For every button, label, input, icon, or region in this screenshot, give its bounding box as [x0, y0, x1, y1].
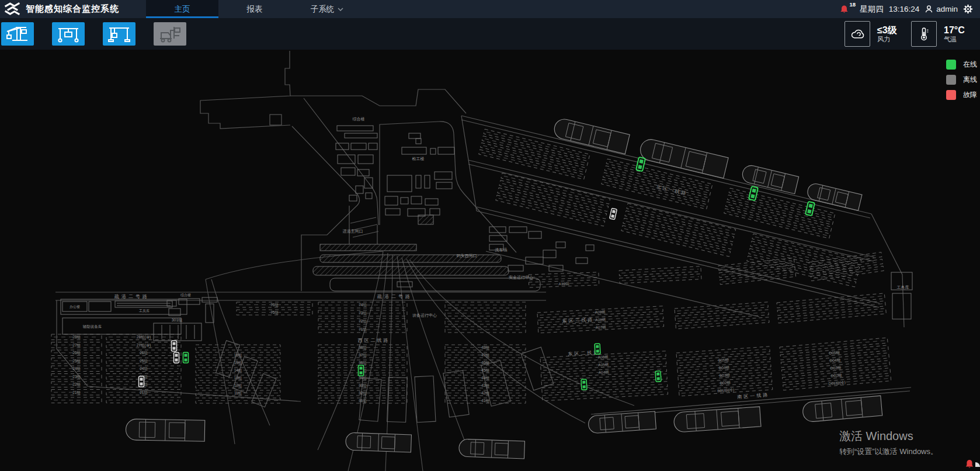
- svg-text:47组: 47组: [481, 353, 489, 357]
- brand: 智能感知综合监控系统: [0, 0, 146, 18]
- equipment-filter-quay-crane[interactable]: [1, 22, 34, 46]
- logo-icon: [5, 2, 20, 16]
- svg-text:22组: 22组: [72, 382, 81, 386]
- svg-text:15组: 15组: [234, 361, 242, 365]
- svg-text:13组: 13组: [234, 376, 242, 380]
- svg-text:38组: 38组: [359, 345, 367, 349]
- wind-value: ≤3级: [877, 25, 904, 36]
- legend-swatch: [946, 60, 956, 70]
- equipment-marker-online[interactable]: [359, 365, 364, 376]
- port-map-canvas[interactable]: 76组75组74组73组72组71组38组37组36组35组34组33组32组3…: [0, 50, 980, 471]
- svg-text:76组: 76组: [270, 303, 279, 307]
- watermark-line1: 激活 Windows: [839, 430, 938, 442]
- legend-item-在线: 在线: [946, 60, 977, 70]
- rmg-crane-icon: [106, 25, 133, 43]
- svg-text:48组: 48组: [481, 345, 489, 349]
- port-map[interactable]: 76组75组74组73组72组71组38组37组36组35组34组33组32组3…: [0, 50, 980, 471]
- svg-text:24组: 24组: [140, 366, 148, 370]
- equipment-marker-offline[interactable]: [172, 341, 177, 351]
- svg-text:74组: 74组: [359, 303, 367, 307]
- tab-label: 主页: [175, 4, 190, 15]
- wind-label: 风力: [877, 36, 904, 43]
- svg-text:72组: 72组: [359, 319, 367, 323]
- map-label: 301组: [172, 318, 183, 322]
- wind-readout: ≤3级 风力: [877, 25, 904, 43]
- map-label: 进港主闸口: [343, 228, 363, 234]
- equipment-marker-online[interactable]: [595, 344, 600, 354]
- wind-button[interactable]: [845, 21, 870, 47]
- chevron-down-icon: [338, 8, 343, 11]
- watermark-line2: 转到“设置”以激活 Windows。: [839, 446, 938, 457]
- ship: [346, 432, 412, 452]
- svg-text:27组(冷): 27组(冷): [137, 343, 151, 348]
- map-label: 辅助设备库: [83, 324, 102, 329]
- temperature-button[interactable]: [911, 21, 937, 47]
- app-root: { "app": { "title": "智能感知综合监控系统" }, "nav…: [0, 0, 980, 471]
- map-label: 疏港二号路: [114, 294, 150, 299]
- thermometer-icon: [915, 25, 933, 43]
- svg-text:71组: 71组: [359, 327, 367, 331]
- svg-text:21组: 21组: [140, 390, 148, 394]
- username: admin: [936, 5, 958, 13]
- svg-text:23组: 23组: [72, 375, 81, 379]
- map-label: 办公楼: [69, 305, 80, 309]
- svg-text:11组: 11组: [234, 391, 242, 395]
- equipment-filter-rmg-crane[interactable]: [103, 22, 135, 46]
- legend-label: 离线: [963, 75, 977, 85]
- forklift-icon: [157, 25, 183, 43]
- svg-text:44组: 44组: [481, 376, 489, 380]
- svg-text:12组: 12组: [234, 383, 242, 387]
- windows-activation-watermark: 激活 Windows 转到“设置”以激活 Windows。: [839, 430, 938, 457]
- gear-icon[interactable]: [963, 4, 973, 14]
- svg-text:46组: 46组: [481, 361, 489, 365]
- equipment-marker-online[interactable]: [655, 371, 661, 382]
- nav-right: 18 星期四 13:16:24 admin: [840, 0, 980, 18]
- status-legend: 在线离线故障: [946, 60, 977, 100]
- equipment-marker-online[interactable]: [183, 352, 189, 363]
- corner-alert-icon: [965, 459, 980, 470]
- bell-icon: [840, 4, 849, 14]
- svg-text:A06组: A06组: [597, 355, 609, 359]
- svg-text:B03组: B03组: [720, 373, 731, 378]
- svg-text:25组: 25组: [140, 359, 148, 363]
- user-menu[interactable]: admin: [925, 5, 958, 13]
- equipment-marker-online[interactable]: [581, 379, 587, 390]
- tab-label: 报表: [247, 4, 263, 15]
- svg-text:14组: 14组: [234, 368, 242, 372]
- svg-text:A10组: A10组: [558, 282, 569, 286]
- clock: 13:16:24: [889, 5, 920, 13]
- tab-子系统[interactable]: 子系统: [291, 0, 363, 18]
- cloud-icon: [849, 25, 866, 43]
- svg-text:25组: 25组: [72, 359, 81, 363]
- svg-text:A07组: A07组: [596, 325, 607, 330]
- equipment-filter-rtg-crane[interactable]: [52, 22, 85, 46]
- legend-swatch: [946, 90, 956, 100]
- map-label: 检工楼: [412, 157, 425, 161]
- legend-item-离线: 离线: [946, 75, 977, 85]
- map-label: 设备运行中心: [412, 313, 437, 318]
- svg-text:A09组: A09组: [595, 310, 606, 314]
- svg-text:24组: 24组: [72, 366, 81, 370]
- nav-tabs: 主页报表子系统: [146, 0, 363, 18]
- notifications-bell[interactable]: 18: [840, 4, 849, 14]
- map-label: 工具库: [139, 309, 150, 313]
- weather-panel: ≤3级 风力 17°C 气温: [845, 21, 980, 47]
- svg-text:75组: 75组: [270, 310, 279, 314]
- tab-报表[interactable]: 报表: [218, 0, 291, 18]
- svg-text:28组: 28组: [72, 335, 81, 339]
- svg-text:27组: 27组: [72, 343, 81, 347]
- svg-text:B04组: B04组: [719, 365, 730, 370]
- svg-text:16组: 16组: [234, 353, 242, 357]
- user-icon: [925, 5, 933, 13]
- legend-label: 在线: [963, 60, 977, 70]
- svg-text:31组: 31组: [359, 399, 367, 403]
- svg-text:37组: 37组: [359, 353, 367, 357]
- tab-主页[interactable]: 主页: [146, 0, 218, 18]
- map-label: 洗车场: [495, 248, 508, 252]
- equipment-marker-offline[interactable]: [174, 352, 179, 363]
- top-navbar: 智能感知综合监控系统 主页报表子系统 18 星期四 13:16:24 admin: [0, 0, 980, 18]
- svg-text:34组: 34组: [359, 376, 367, 380]
- svg-text:B02组: B02组: [720, 380, 731, 385]
- equipment-marker-offline[interactable]: [139, 376, 144, 387]
- equipment-filter-forklift[interactable]: [154, 22, 186, 46]
